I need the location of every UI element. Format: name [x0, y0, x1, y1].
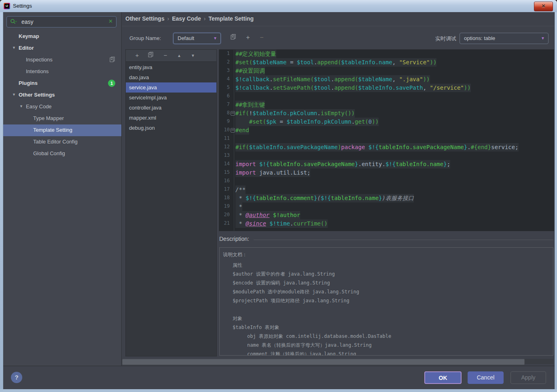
template-item-controller-java[interactable]: controller.java [126, 103, 216, 113]
remove-group-icon[interactable]: − [257, 33, 266, 42]
line-number: 18 [219, 195, 230, 200]
code-line[interactable]: 1##定义初始变量 [219, 50, 554, 58]
remove-template-icon[interactable]: − [161, 51, 170, 60]
code-line[interactable]: 6 [219, 92, 554, 101]
code-text: #if(!$tableInfo.pkColumn.isEmpty()) [235, 109, 355, 118]
fold-marker-icon[interactable] [231, 111, 235, 116]
breadcrumb-item-template-setting[interactable]: Template Setting [208, 15, 254, 22]
code-line[interactable]: 21 * @since $!time.currTime() [219, 219, 554, 228]
template-item-service-java[interactable]: service.java [126, 82, 216, 93]
code-line[interactable]: 13 [219, 152, 554, 160]
expand-arrow-icon[interactable]: ▼ [19, 104, 23, 108]
ok-button[interactable]: OK [424, 371, 462, 384]
template-code-editor[interactable]: 1##定义初始变量2#set($tableName = $tool.append… [219, 49, 554, 231]
sidebar-item-label: Template Setting [33, 127, 72, 133]
code-line[interactable]: 20 * @author $!author [219, 211, 554, 219]
code-text: import java.util.List; [235, 169, 310, 177]
code-line[interactable]: 12#if($tableInfo.savePackageName)package… [219, 143, 554, 152]
window-title: Settings [13, 0, 32, 12]
code-line[interactable]: 17/** [219, 185, 554, 194]
code-text: * @since $!time.currTime() [235, 219, 328, 228]
sidebar-item-editor[interactable]: ▼Editor [3, 42, 121, 54]
sidebar-item-type-mapper[interactable]: Type Mapper [3, 113, 121, 124]
code-line[interactable]: 19 * [219, 202, 554, 211]
sidebar-item-table-editor-config[interactable]: Table Editor Config [3, 136, 121, 148]
header-divider [122, 26, 555, 26]
code-line[interactable]: 4$!callback.setFileName($tool.append($ta… [219, 75, 554, 84]
code-line[interactable]: 5$!callback.setSavePath($tool.append($ta… [219, 84, 554, 92]
dialog-body: ✕ Keymap▼EditorInspectionsIntentionsPlug… [3, 12, 555, 389]
breadcrumb-item-easy-code[interactable]: Easy Code [172, 15, 201, 22]
expand-arrow-icon[interactable]: ▼ [12, 93, 16, 97]
add-group-icon[interactable]: + [244, 33, 252, 42]
template-item-mapper-xml[interactable]: mapper.xml [126, 113, 216, 123]
code-line[interactable]: 3##设置回调 [219, 67, 554, 75]
code-text: #set($tableName = $tool.append($tableInf… [235, 58, 436, 67]
sidebar-item-keymap[interactable]: Keymap [3, 31, 121, 42]
group-name-select[interactable]: Default ▼ [173, 33, 221, 44]
expand-arrow-icon[interactable]: ▼ [12, 46, 16, 50]
move-down-icon[interactable]: ▼ [188, 51, 198, 60]
code-text: #set($pk = $tableInfo.pkColumn.get(0)) [235, 118, 379, 126]
template-list: entity.javadao.javaservice.javaserviceIm… [126, 62, 216, 133]
line-number: 15 [219, 169, 230, 175]
sidebar-item-label: Keymap [19, 33, 39, 39]
search-icon[interactable] [10, 19, 17, 25]
sidebar-item-easy-code[interactable]: ▼Easy Code [3, 101, 121, 113]
window-border-bottom [0, 389, 557, 392]
code-line[interactable]: 10#end [219, 126, 554, 135]
code-line[interactable]: 8#if(!$tableInfo.pkColumn.isEmpty()) [219, 109, 554, 118]
template-item-debug-json[interactable]: debug.json [126, 123, 216, 133]
line-number: 5 [219, 84, 230, 90]
sidebar-item-intentions[interactable]: Intentions [3, 66, 121, 78]
close-button[interactable]: ✕ [534, 2, 553, 11]
sidebar-item-inspections[interactable]: Inspections [3, 54, 121, 66]
settings-search-box[interactable]: ✕ [6, 16, 116, 27]
description-label: Description: [219, 236, 249, 242]
sidebar-item-plugins[interactable]: Plugins1 [3, 78, 121, 89]
description-line: $encode 设置的编码 java.lang.String [233, 278, 550, 287]
description-divider [254, 240, 553, 240]
clear-search-icon[interactable]: ✕ [108, 18, 113, 24]
code-text: /** [235, 185, 246, 194]
description-line: 属性 [233, 261, 550, 270]
move-up-icon[interactable]: ▲ [174, 51, 184, 60]
code-text: $!callback.setSavePath($tool.append($tab… [235, 84, 471, 92]
intellij-logo-icon: IJ [4, 3, 10, 9]
sidebar-item-label: Easy Code [26, 103, 52, 110]
line-number: 10 [219, 127, 230, 133]
code-line[interactable]: 9 #set($pk = $tableInfo.pkColumn.get(0)) [219, 118, 554, 126]
code-line[interactable]: 18 * $!{tableInfo.comment}($!{tableInfo.… [219, 194, 554, 202]
help-button[interactable]: ? [11, 372, 22, 383]
code-line[interactable]: 15import java.util.List; [219, 169, 554, 177]
breadcrumb-item-other-settings[interactable]: Other Settings [125, 15, 164, 22]
code-line[interactable]: 16 [219, 177, 554, 185]
template-item-serviceimpl-java[interactable]: serviceImpl.java [126, 93, 216, 103]
template-item-entity-java[interactable]: entity.java [126, 62, 216, 72]
template-item-dao-java[interactable]: dao.java [126, 72, 216, 82]
code-line[interactable]: 7##拿到主键 [219, 101, 554, 109]
description-line: $projectPath 项目绝对路径 java.lang.String [233, 296, 550, 305]
line-number: 13 [219, 152, 230, 158]
code-text: ##设置回调 [235, 67, 265, 75]
sidebar-item-template-setting[interactable]: Template Setting [3, 124, 121, 136]
add-template-icon[interactable]: + [132, 51, 142, 60]
apply-button[interactable]: Apply [510, 371, 546, 384]
sidebar-item-other-settings[interactable]: ▼Other Settings [3, 89, 121, 101]
button-bar: ? OK Cancel Apply [3, 366, 555, 389]
sidebar-item-global-config[interactable]: Global Config [3, 148, 121, 160]
title-bar[interactable]: IJ Settings ✕ [0, 0, 557, 13]
line-number: 14 [219, 161, 230, 166]
copy-template-icon[interactable] [146, 51, 156, 60]
code-line[interactable]: 14import $!{tableInfo.savePackageName}.e… [219, 160, 554, 169]
search-input[interactable] [21, 17, 103, 27]
code-line[interactable]: 2#set($tableName = $tool.append($tableIn… [219, 58, 554, 67]
horizontal-scrollbar-thumb[interactable] [122, 359, 525, 365]
line-number: 19 [219, 203, 230, 209]
copy-group-icon[interactable] [229, 33, 238, 42]
cancel-button[interactable]: Cancel [468, 371, 504, 384]
code-line[interactable]: 11 [219, 135, 554, 143]
sidebar-item-label: Other Settings [19, 92, 55, 98]
debug-target-select[interactable]: options: table ▼ [460, 33, 549, 44]
fold-marker-icon[interactable] [231, 128, 235, 133]
